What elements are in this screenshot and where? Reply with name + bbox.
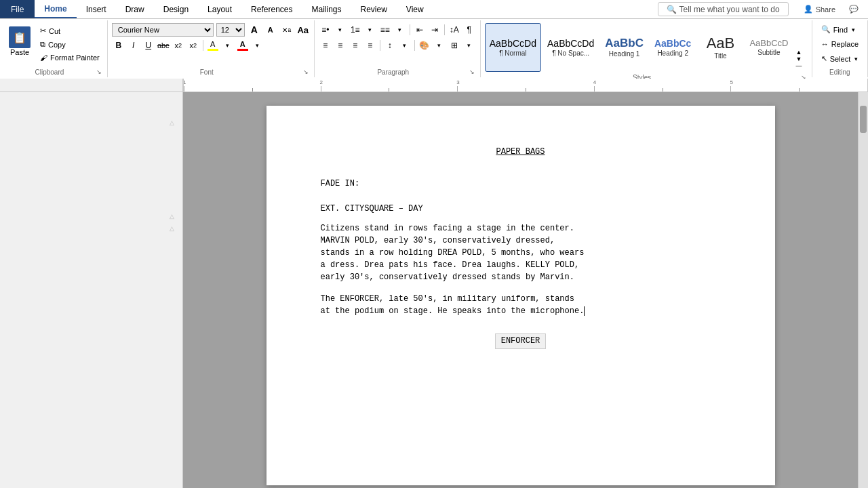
font-label: Font <box>112 68 302 76</box>
tab-draw[interactable]: Draw <box>116 0 154 18</box>
font-grow-button[interactable]: A <box>248 23 261 37</box>
style-subtitle[interactable]: AaBbCcD Subtitle <box>745 23 793 72</box>
clipboard-label: Clipboard <box>4 68 95 76</box>
tab-file[interactable]: File <box>0 0 35 18</box>
superscript-button[interactable]: x2 <box>186 39 200 52</box>
para-sep2 <box>444 24 445 35</box>
style-no-space[interactable]: AaBbCcDd ¶ No Spac... <box>542 23 599 72</box>
select-button[interactable]: ↖ Select ▾ <box>816 52 863 65</box>
numbering-button[interactable]: 1≡ <box>349 23 362 37</box>
border-button[interactable]: ⊞ <box>448 39 461 52</box>
replace-button[interactable]: ↔ Replace <box>816 38 863 50</box>
font-expand[interactable]: ↘ <box>302 68 310 76</box>
scrollbar-thumb[interactable] <box>860 106 867 133</box>
shading-dropdown[interactable]: ▾ <box>433 39 446 52</box>
subscript-button[interactable]: x2 <box>172 39 185 52</box>
styles-expand-icon: — <box>796 62 802 69</box>
share-icon: 👤 <box>804 5 813 14</box>
fade-in-text: FADE IN: <box>321 178 721 190</box>
multilevel-button[interactable]: ≡≡ <box>378 23 392 37</box>
tab-references[interactable]: References <box>241 0 302 18</box>
cut-button[interactable]: ✂ Cut <box>37 24 103 37</box>
paragraph-label: Paragraph <box>319 68 468 76</box>
tab-mailings[interactable]: Mailings <box>302 0 351 18</box>
style-heading2-preview: AaBbCc <box>654 39 691 48</box>
clipboard-expand[interactable]: ↘ <box>95 68 103 76</box>
tab-layout[interactable]: Layout <box>198 0 241 18</box>
change-case-button[interactable]: Aa <box>296 23 310 37</box>
font-shrink-button[interactable]: A <box>264 23 277 37</box>
font-size-select[interactable]: 12 <box>216 23 245 37</box>
highlight-icon: A <box>210 40 215 48</box>
show-marks-button[interactable]: ¶ <box>462 23 476 37</box>
sort-button[interactable]: ↕A <box>448 23 461 37</box>
multilevel-dropdown[interactable]: ▾ <box>393 23 407 37</box>
align-right-button[interactable]: ≡ <box>349 39 362 52</box>
font-color-icon: A <box>240 40 245 48</box>
style-no-space-label: ¶ No Spac... <box>552 49 589 57</box>
action1-block: Citizens stand in rows facing a stage in… <box>321 222 721 283</box>
style-subtitle-label: Subtitle <box>757 49 780 56</box>
underline-button[interactable]: U <box>142 39 155 52</box>
align-center-button[interactable]: ≡ <box>334 39 347 52</box>
bullets-button[interactable]: ≡• <box>319 23 332 37</box>
shading-button[interactable]: 🎨 <box>418 39 431 52</box>
format-painter-button[interactable]: 🖌 Format Painter <box>37 52 103 64</box>
ribbon-content: 📋 Paste ✂ Cut ⧉ Copy 🖌 Format Painter C <box>0 19 868 79</box>
style-normal[interactable]: AaBbCcDd ¶ Normal <box>485 23 541 72</box>
line-spacing-dropdown[interactable]: ▾ <box>398 39 412 52</box>
style-title-preview: AaB <box>707 36 735 51</box>
justify-button[interactable]: ≡ <box>363 39 377 52</box>
font-name-select[interactable]: Courier New <box>112 23 214 37</box>
font-color-button[interactable]: A <box>236 39 250 52</box>
line-spacing-button[interactable]: ↕ <box>383 39 397 52</box>
comment-button[interactable]: 💬 <box>845 3 863 15</box>
styles-more-button[interactable]: ▲ ▼ — <box>795 23 804 72</box>
tab-insert[interactable]: Insert <box>77 0 116 18</box>
tab-review[interactable]: Review <box>351 0 397 18</box>
font-style-row: B I U abc x2 x2 A ▾ A ▾ <box>112 39 264 52</box>
right-actions: 👤 Share 💬 <box>794 0 868 18</box>
style-title[interactable]: AaB Title <box>697 23 743 72</box>
copy-icon: ⧉ <box>40 40 45 49</box>
font-group: Courier New 12 A A ✕a Aa B I U abc x2 x2 <box>108 20 315 77</box>
paragraph-row1: ≡• ▾ 1≡ ▾ ≡≡ ▾ ⇤ ⇥ ↕A ¶ <box>319 23 476 37</box>
styles-group: AaBbCcDd ¶ Normal AaBbCcDd ¶ No Spac... … <box>481 20 812 77</box>
line-indicator4: △ <box>170 225 174 237</box>
action1-text: Citizens stand in rows facing a stage in… <box>321 222 721 283</box>
share-button[interactable]: 👤 Share <box>800 3 840 15</box>
paragraph-expand[interactable]: ↘ <box>468 68 476 76</box>
bold-button[interactable]: B <box>112 39 125 52</box>
para-sep3 <box>380 40 380 51</box>
scene1-block: EXT. CITYSQUARE – DAY <box>321 203 721 215</box>
tab-home[interactable]: Home <box>35 0 76 18</box>
strikethrough-button[interactable]: abc <box>157 39 170 52</box>
style-normal-label: ¶ Normal <box>499 49 526 57</box>
clear-formatting-button[interactable]: ✕a <box>280 23 294 37</box>
align-left-button[interactable]: ≡ <box>319 39 332 52</box>
style-heading1-preview: AaBbC <box>605 37 644 49</box>
font-color-dropdown[interactable]: ▾ <box>221 39 235 52</box>
document-scroll-area[interactable]: PAPER BAGS FADE IN: EXT. CITYSQUARE – DA… <box>183 92 858 488</box>
style-heading2[interactable]: AaBbCc Heading 2 <box>650 23 696 72</box>
action2-text: The ENFORCER, late 50's, in military uni… <box>321 293 721 317</box>
border-dropdown[interactable]: ▾ <box>462 39 476 52</box>
numbering-dropdown[interactable]: ▾ <box>363 23 377 37</box>
tell-me-box[interactable]: 🔍 Tell me what you want to do <box>658 2 789 16</box>
italic-button[interactable]: I <box>127 39 140 52</box>
paste-button[interactable]: 📋 Paste <box>4 23 35 60</box>
right-scrollbar[interactable] <box>858 92 868 488</box>
find-button[interactable]: 🔍 Find ▾ <box>816 23 860 36</box>
font-color-dropdown2[interactable]: ▾ <box>251 39 264 52</box>
increase-indent-button[interactable]: ⇥ <box>428 23 441 37</box>
para-sep4 <box>414 40 415 51</box>
tab-design[interactable]: Design <box>154 0 198 18</box>
document: PAPER BAGS FADE IN: EXT. CITYSQUARE – DA… <box>267 106 775 485</box>
style-heading1[interactable]: AaBbC Heading 1 <box>600 23 648 72</box>
copy-button[interactable]: ⧉ Copy <box>37 38 103 51</box>
ruler-left-margin <box>0 79 183 92</box>
highlight-color-button[interactable]: A <box>206 39 220 52</box>
decrease-indent-button[interactable]: ⇤ <box>413 23 427 37</box>
tab-view[interactable]: View <box>397 0 433 18</box>
bullets-dropdown[interactable]: ▾ <box>334 23 347 37</box>
